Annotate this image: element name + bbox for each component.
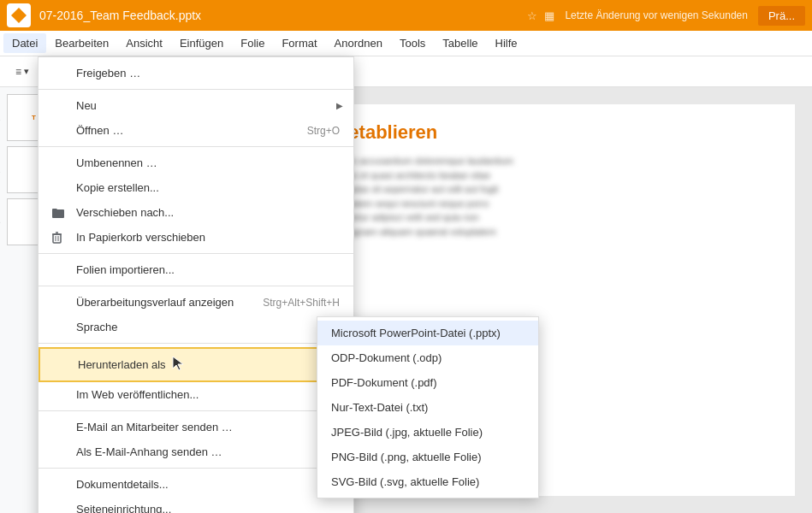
submenu-txt[interactable]: Nur-Text-Datei (.txt) — [317, 395, 538, 420]
seiteneinrichtung-label: Seiteneinrichtung... — [76, 503, 171, 513]
folder-icon — [52, 208, 64, 218]
app-logo — [11, 8, 27, 23]
details-label: Dokumentdetails... — [76, 478, 169, 491]
divider-5 — [39, 343, 353, 344]
menu-item-folie[interactable]: Folie — [232, 33, 273, 53]
menu-sprache[interactable]: Sprache — [39, 315, 353, 339]
menu-oeffnen[interactable]: Öffnen … Strg+O — [39, 118, 353, 143]
menu-email-attach[interactable]: Als E-Mail-Anhang senden … — [39, 439, 353, 464]
menu-folien-import[interactable]: Folien importieren... — [39, 257, 353, 282]
menu-umbenennen[interactable]: Umbenennen … — [39, 150, 353, 175]
papierkorb-label: In Papierkorb verschieben — [76, 231, 205, 244]
menu-item-tools[interactable]: Tools — [391, 33, 434, 53]
divider-7 — [39, 468, 353, 469]
menu-item-bearbeiten[interactable]: Bearbeiten — [46, 33, 117, 53]
png-label: PNG-Bild (.png, aktuelle Folie) — [331, 451, 482, 463]
submenu-pdf[interactable]: PDF-Dokument (.pdf) — [317, 370, 538, 395]
submenu-jpeg[interactable]: JPEG-Bild (.jpg, aktuelle Folie) — [317, 420, 538, 445]
svg-rect-0 — [53, 234, 61, 243]
star-icon[interactable]: ☆ — [527, 9, 537, 22]
menu-neu[interactable]: Neu — [39, 93, 353, 118]
top-bar: 07-2016_Team Feedback.pptx ☆ ▦ Letzte Än… — [0, 0, 812, 31]
menu-bar: Datei Bearbeiten Ansicht Einfügen Folie … — [0, 31, 812, 56]
svg-label: SVG-Bild (.svg, aktuelle Folie) — [331, 475, 479, 488]
trash-icon — [52, 232, 69, 244]
menu-item-datei[interactable]: Datei — [3, 33, 46, 53]
menu-details[interactable]: Dokumentdetails... — [39, 472, 353, 497]
trash-svg-icon — [52, 232, 62, 244]
submenu-png[interactable]: PNG-Bild (.png, aktuelle Folie) — [317, 445, 538, 469]
cursor-icon — [171, 355, 185, 374]
last-saved-text: Letzte Änderung vor wenigen Sekunden — [565, 9, 748, 21]
jpeg-label: JPEG-Bild (.jpg, aktuelle Folie) — [331, 426, 483, 439]
sprache-label: Sprache — [76, 321, 117, 333]
toolbar-text-align[interactable]: ≡ ▾ — [7, 62, 38, 81]
menu-item-format[interactable]: Format — [273, 33, 325, 53]
app-icon — [7, 3, 31, 27]
slide-num-1: 1 — [0, 113, 1, 122]
menu-item-ansicht[interactable]: Ansicht — [117, 33, 171, 53]
neu-label: Neu — [76, 99, 97, 112]
pdf-label: PDF-Dokument (.pdf) — [331, 376, 437, 389]
folder-nav-icon[interactable]: ▦ — [544, 9, 554, 22]
slide-1-preview: T — [32, 114, 36, 121]
menu-web[interactable]: Im Web veröffentlichen... — [39, 382, 353, 407]
freigeben-label: Freigeben … — [76, 67, 140, 80]
submenu-svg[interactable]: SVG-Bild (.svg, aktuelle Folie) — [317, 469, 538, 494]
menu-email-collab[interactable]: E-Mail an Mitarbeiter senden … — [39, 415, 353, 439]
divider-6 — [39, 410, 353, 411]
oeffnen-shortcut: Strg+O — [307, 125, 340, 137]
divider-3 — [39, 253, 353, 254]
document-title: 07-2016_Team Feedback.pptx — [39, 9, 520, 22]
email-collab-label: E-Mail an Mitarbeiter senden … — [76, 421, 233, 433]
menu-verschieben[interactable]: Verschieben nach... — [39, 200, 353, 225]
menu-item-einfuegen[interactable]: Einfügen — [171, 33, 232, 53]
menu-papierkorb[interactable]: In Papierkorb verschieben — [39, 225, 353, 250]
email-attach-label: Als E-Mail-Anhang senden … — [76, 445, 222, 458]
verschieben-label: Verschieben nach... — [76, 206, 174, 219]
present-button[interactable]: Prä... — [758, 6, 805, 26]
web-label: Im Web veröffentlichen... — [76, 388, 199, 401]
menu-history[interactable]: Überarbeitungsverlauf anzeigen Strg+Alt+… — [39, 290, 353, 315]
toolbar-align-label: ▾ — [24, 66, 29, 77]
divider-4 — [39, 286, 353, 286]
menu-item-tabelle[interactable]: Tabelle — [434, 33, 486, 53]
herunterladen-label: Herunterladen als — [78, 358, 166, 371]
odp-label: ODP-Dokument (.odp) — [331, 351, 442, 364]
oeffnen-label: Öffnen … — [76, 124, 123, 137]
history-label: Überarbeitungsverlauf anzeigen — [76, 296, 234, 309]
kopie-label: Kopie erstellen... — [76, 181, 159, 194]
divider-1 — [39, 89, 353, 90]
submenu-odp[interactable]: ODP-Dokument (.odp) — [317, 345, 538, 370]
slide-num-3: 3 — [0, 217, 1, 227]
menu-herunterladen[interactable]: Herunterladen als — [39, 347, 353, 382]
pptx-label: Microsoft PowerPoint-Datei (.pptx) — [331, 327, 501, 339]
submenu-pptx[interactable]: Microsoft PowerPoint-Datei (.pptx) — [317, 321, 538, 345]
menu-kopie[interactable]: Kopie erstellen... — [39, 175, 353, 200]
file-menu-dropdown: Freigeben … Neu Öffnen … Strg+O Umbenenn… — [38, 56, 354, 513]
slide-num-2: 2 — [0, 165, 1, 174]
menu-item-anordnen[interactable]: Anordnen — [326, 33, 391, 53]
verschieben-icon — [52, 208, 69, 218]
divider-2 — [39, 146, 353, 147]
menu-freigeben[interactable]: Freigeben … — [39, 61, 353, 86]
text-align-icon: ≡ — [15, 66, 21, 78]
menu-seiteneinrichtung[interactable]: Seiteneinrichtung... — [39, 497, 353, 513]
umbenennen-label: Umbenennen … — [76, 156, 157, 169]
download-submenu: Microsoft PowerPoint-Datei (.pptx) ODP-D… — [317, 316, 539, 498]
folien-import-label: Folien importieren... — [76, 263, 175, 276]
history-shortcut: Strg+Alt+Shift+H — [263, 297, 340, 309]
txt-label: Nur-Text-Datei (.txt) — [331, 401, 428, 414]
cursor-svg — [171, 355, 185, 372]
menu-item-hilfe[interactable]: Hilfe — [487, 33, 526, 53]
